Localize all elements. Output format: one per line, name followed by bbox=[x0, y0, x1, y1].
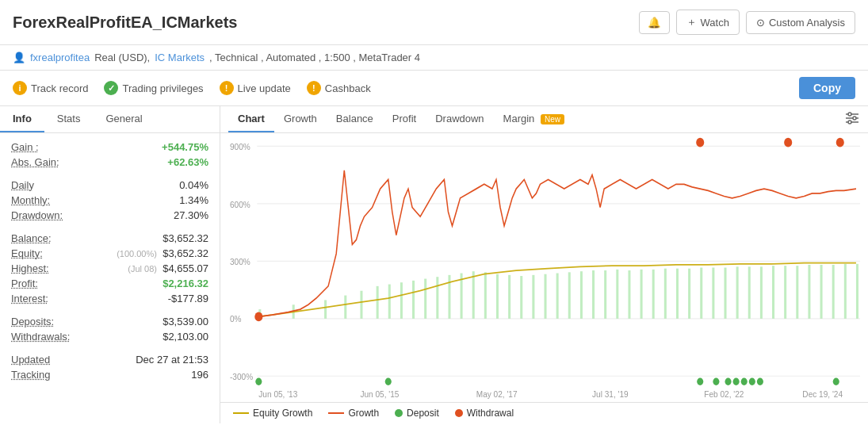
tracking-label: Tracking bbox=[11, 369, 50, 381]
deposit-dot-icon bbox=[395, 409, 403, 417]
account-type: Real (USD), bbox=[94, 52, 150, 63]
right-panel: Chart Growth Balance Profit Drawdown Mar… bbox=[220, 106, 868, 423]
subheader: 👤 fxrealprofitea Real (USD), IC Markets … bbox=[0, 45, 868, 71]
chart-tab-drawdown[interactable]: Drawdown bbox=[426, 106, 493, 132]
chart-tab-growth[interactable]: Growth bbox=[274, 106, 327, 132]
svg-rect-50 bbox=[724, 268, 726, 319]
daily-value: 0.04% bbox=[179, 179, 208, 191]
abs-gain-label: Abs. Gain: bbox=[11, 156, 59, 168]
chart-tab-chart[interactable]: Chart bbox=[228, 106, 274, 132]
badge-trading-privileges: ✓ Trading privileges bbox=[104, 81, 203, 95]
equity-label: Equity: bbox=[11, 247, 43, 259]
svg-rect-34 bbox=[532, 275, 534, 319]
deposits-value: $3,539.00 bbox=[163, 316, 208, 327]
watch-label: Watch bbox=[701, 17, 729, 29]
svg-rect-40 bbox=[604, 270, 606, 319]
svg-point-73 bbox=[749, 378, 755, 385]
daily-label: Daily bbox=[11, 179, 34, 191]
svg-point-72 bbox=[741, 378, 748, 385]
bell-button[interactable]: 🔔 bbox=[639, 11, 670, 34]
svg-point-74 bbox=[757, 378, 763, 385]
svg-rect-41 bbox=[616, 270, 618, 319]
svg-rect-37 bbox=[568, 272, 571, 318]
svg-text:Jun 05, '13: Jun 05, '13 bbox=[258, 389, 297, 399]
account-details: , Technical , Automated , 1:500 , MetaTr… bbox=[209, 52, 420, 63]
svg-rect-26 bbox=[436, 277, 438, 319]
badge-live-update: ! Live update bbox=[220, 81, 291, 95]
svg-rect-21 bbox=[377, 286, 379, 319]
tab-info[interactable]: Info bbox=[0, 106, 44, 132]
svg-rect-35 bbox=[545, 274, 547, 319]
copy-button-container: Copy bbox=[799, 77, 855, 99]
monthly-label: Monthly: bbox=[11, 194, 50, 206]
profit-row: Profit: $2,216.32 bbox=[11, 278, 208, 289]
watch-button[interactable]: ＋ Watch bbox=[676, 10, 740, 35]
warn-icon: ! bbox=[220, 81, 234, 95]
profit-label: Profit: bbox=[11, 278, 38, 289]
svg-rect-46 bbox=[676, 269, 679, 319]
custom-analysis-button[interactable]: ⊙ Custom Analysis bbox=[746, 11, 855, 34]
tab-general[interactable]: General bbox=[93, 106, 155, 132]
svg-point-75 bbox=[833, 378, 839, 385]
legend-deposit: Deposit bbox=[395, 408, 439, 419]
interest-value: -$177.89 bbox=[168, 293, 208, 304]
copy-button[interactable]: Copy bbox=[799, 77, 855, 99]
balance-row: Balance: $3,652.32 bbox=[11, 232, 208, 244]
legend-withdrawal: Withdrawal bbox=[455, 408, 514, 419]
svg-rect-44 bbox=[652, 270, 655, 319]
svg-rect-19 bbox=[344, 296, 346, 319]
plus-icon: ＋ bbox=[686, 15, 697, 29]
svg-text:Dec 19, '24: Dec 19, '24 bbox=[802, 389, 843, 399]
svg-rect-53 bbox=[760, 266, 763, 318]
cashback-label: Cashback bbox=[325, 82, 371, 94]
svg-text:300%: 300% bbox=[230, 256, 250, 266]
svg-point-63 bbox=[696, 138, 704, 147]
svg-rect-60 bbox=[844, 264, 847, 319]
main-content: Info Stats General Gain : +544.75% Abs. … bbox=[0, 106, 868, 423]
badge-track-record: i Track record bbox=[13, 81, 88, 95]
profit-value: $2,216.32 bbox=[163, 278, 208, 289]
chart-tab-profit[interactable]: Profit bbox=[383, 106, 426, 132]
custom-analysis-label: Custom Analysis bbox=[769, 17, 845, 29]
balance-label: Balance: bbox=[11, 232, 52, 244]
user-link[interactable]: fxrealprofitea bbox=[30, 52, 90, 63]
svg-rect-38 bbox=[580, 271, 583, 319]
gain-value: +544.75% bbox=[162, 141, 208, 153]
svg-rect-54 bbox=[772, 266, 774, 319]
svg-point-4 bbox=[853, 117, 856, 120]
new-badge: New bbox=[541, 114, 564, 124]
gain-label: Gain : bbox=[11, 141, 39, 153]
drawdown-label: Drawdown: bbox=[11, 209, 63, 221]
chart-settings-icon[interactable] bbox=[844, 110, 860, 128]
monthly-value: 1.34% bbox=[179, 194, 208, 206]
svg-rect-23 bbox=[400, 282, 403, 319]
badge-cashback: ! Cashback bbox=[307, 81, 371, 95]
legend-growth: Growth bbox=[328, 408, 379, 419]
gain-row: Gain : +544.75% bbox=[11, 141, 208, 153]
header-actions: 🔔 ＋ Watch ⊙ Custom Analysis bbox=[639, 10, 855, 35]
equity-growth-line-icon bbox=[233, 412, 249, 414]
tracking-row: Tracking 196 bbox=[11, 369, 208, 381]
chart-tab-balance[interactable]: Balance bbox=[327, 106, 383, 132]
bell-icon: 🔔 bbox=[648, 17, 661, 29]
svg-point-65 bbox=[836, 138, 844, 147]
header: ForexRealProfitEA_ICMarkets 🔔 ＋ Watch ⊙ … bbox=[0, 0, 868, 45]
svg-rect-30 bbox=[484, 272, 487, 318]
left-tabs: Info Stats General bbox=[0, 106, 220, 133]
broker-link[interactable]: IC Markets bbox=[155, 52, 205, 63]
svg-point-5 bbox=[848, 121, 851, 124]
highest-value: (Jul 08) $4,655.07 bbox=[128, 262, 208, 274]
user-icon: 👤 bbox=[13, 52, 25, 63]
svg-rect-52 bbox=[748, 266, 751, 318]
tab-stats[interactable]: Stats bbox=[44, 106, 94, 132]
info-icon: i bbox=[13, 81, 27, 95]
legend-equity-growth: Equity Growth bbox=[233, 408, 312, 419]
interest-label: Interest: bbox=[11, 293, 48, 304]
page-title: ForexRealProfitEA_ICMarkets bbox=[13, 13, 639, 32]
drawdown-value: 27.30% bbox=[174, 209, 208, 221]
svg-rect-18 bbox=[324, 300, 327, 318]
svg-point-67 bbox=[385, 378, 392, 385]
highest-row: Highest: (Jul 08) $4,655.07 bbox=[11, 262, 208, 274]
chart-tab-margin[interactable]: Margin New bbox=[494, 106, 574, 132]
svg-point-66 bbox=[255, 378, 262, 385]
